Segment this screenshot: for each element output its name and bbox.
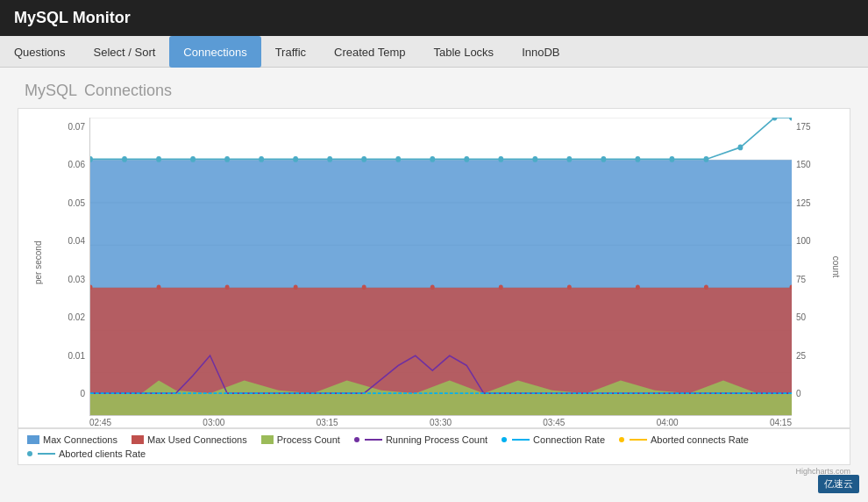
y-right-tick: 125 [796, 198, 811, 208]
y-right-tick: 25 [796, 351, 806, 361]
svg-point-25 [566, 156, 572, 162]
legend-label: Connection Rate [533, 434, 605, 445]
y-left-tick: 0.05 [68, 198, 85, 208]
y-right-tick: 0 [796, 389, 801, 398]
svg-point-19 [361, 156, 366, 162]
svg-point-39 [499, 284, 503, 290]
page-title: MySQLConnections [0, 68, 868, 108]
app-header: MySQL Monitor [0, 0, 868, 36]
nav-item-select--sort[interactable]: Select / Sort [80, 36, 170, 68]
y-left-tick: 0.01 [68, 351, 85, 361]
y-right-tick: 75 [796, 275, 806, 284]
nav-item-traffic[interactable]: Traffic [261, 36, 320, 68]
legend-item: Max Used Connections [132, 434, 247, 445]
svg-point-22 [464, 156, 469, 162]
chart-area [89, 118, 792, 416]
y-axis-left: 0.070.060.050.040.030.020.010 [41, 118, 89, 416]
chart-svg [90, 118, 792, 415]
watermark: 亿速云 [818, 475, 859, 493]
svg-point-35 [225, 284, 230, 290]
svg-point-32 [789, 118, 792, 120]
y-right-tick: 50 [796, 312, 806, 322]
svg-point-23 [498, 156, 503, 162]
svg-point-17 [293, 156, 298, 162]
svg-point-15 [224, 156, 230, 162]
legend-item: Running Process Count [354, 434, 487, 445]
svg-point-42 [704, 284, 708, 290]
page-subtitle: Connections [84, 82, 172, 99]
y-left-tick: 0.06 [68, 160, 85, 169]
chart-wrap: per second 0.070.060.050.040.030.020.010 [27, 118, 841, 416]
nav-item-connections[interactable]: Connections [169, 36, 260, 68]
highcharts-credit: Highcharts.com [0, 467, 850, 476]
y-right-tick: 100 [796, 236, 811, 246]
y-axis-left-label: per second [33, 249, 43, 284]
svg-point-37 [362, 284, 366, 290]
x-axis-labels: 02:45 03:00 03:15 03:30 03:45 04:00 04:1… [89, 416, 792, 427]
y-left-tick: 0.03 [68, 275, 85, 284]
legend-label: Max Connections [43, 434, 117, 445]
y-left-tick: 0.07 [68, 122, 85, 132]
svg-point-26 [601, 156, 606, 162]
svg-point-18 [327, 156, 332, 162]
y-axis-right: 1751501251007550250 [792, 118, 827, 416]
legend-label: Process Count [277, 434, 340, 445]
legend-label: Aborted connects Rate [651, 434, 749, 445]
svg-point-29 [704, 156, 709, 162]
app-title: MySQL Monitor [14, 9, 131, 26]
svg-point-21 [430, 156, 435, 162]
svg-point-41 [636, 284, 640, 290]
navigation: QuestionsSelect / SortConnectionsTraffic… [0, 36, 868, 68]
y-left-tick: 0 [80, 389, 85, 398]
legend-item: Aborted connects Rate [619, 434, 749, 445]
svg-point-30 [738, 145, 743, 151]
svg-point-13 [156, 156, 161, 162]
y-left-tick: 0.02 [68, 312, 85, 322]
nav-item-created-temp[interactable]: Created Temp [320, 36, 419, 68]
svg-point-40 [567, 284, 572, 290]
svg-point-12 [122, 156, 127, 162]
y-right-tick: 175 [796, 122, 811, 132]
svg-point-20 [395, 156, 401, 162]
page-title-main: MySQL [25, 82, 77, 99]
svg-point-27 [635, 156, 640, 162]
svg-point-14 [190, 156, 196, 162]
svg-point-36 [294, 284, 298, 290]
y-axis-right-label-container: count [827, 118, 841, 416]
svg-point-24 [532, 156, 537, 162]
chart-container: per second 0.070.060.050.040.030.020.010 [18, 108, 850, 428]
legend-item: Process Count [261, 434, 340, 445]
nav-item-questions[interactable]: Questions [0, 36, 80, 68]
nav-item-table-locks[interactable]: Table Locks [419, 36, 508, 68]
legend-item: Connection Rate [502, 434, 605, 445]
legend-item: Aborted clients Rate [27, 448, 146, 459]
legend-label: Aborted clients Rate [59, 448, 146, 459]
y-right-tick: 150 [796, 160, 811, 169]
svg-point-28 [669, 156, 674, 162]
chart-legend: Max ConnectionsMax Used ConnectionsProce… [18, 428, 850, 465]
legend-row-1: Max ConnectionsMax Used ConnectionsProce… [27, 434, 749, 445]
legend-row-2: Aborted clients Rate [27, 448, 146, 459]
nav-item-innodb[interactable]: InnoDB [508, 36, 573, 68]
y-left-tick: 0.04 [68, 236, 85, 246]
y-axis-left-label-container: per second [27, 118, 41, 416]
legend-label: Running Process Count [386, 434, 487, 445]
y-axis-right-label: count [830, 256, 840, 277]
svg-point-38 [430, 284, 435, 290]
svg-point-16 [259, 156, 264, 162]
legend-item: Max Connections [27, 434, 117, 445]
svg-point-34 [157, 284, 161, 290]
svg-point-31 [772, 118, 778, 120]
legend-label: Max Used Connections [147, 434, 247, 445]
